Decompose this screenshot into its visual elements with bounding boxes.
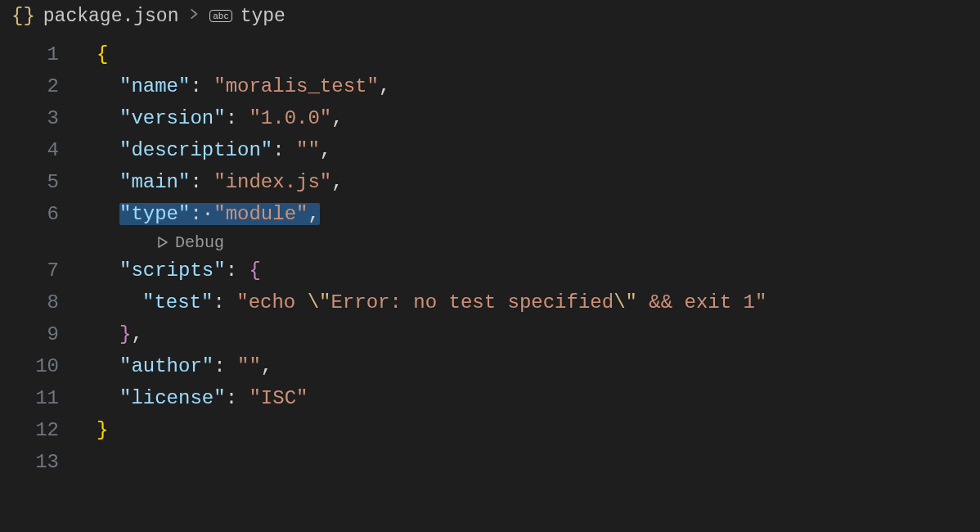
- codelens-label: Debug: [175, 233, 224, 252]
- code-line[interactable]: 12 }: [0, 414, 980, 446]
- play-icon: [155, 236, 169, 249]
- code-line[interactable]: 10 "author": "",: [0, 350, 980, 382]
- line-number: 11: [0, 382, 74, 414]
- code-line[interactable]: 3 "version": "1.0.0",: [0, 102, 980, 134]
- code-line[interactable]: 5 "main": "index.js",: [0, 166, 980, 198]
- line-number: 2: [0, 70, 74, 102]
- chevron-right-icon: [187, 6, 201, 27]
- selection-highlight: "type":·"module",: [119, 203, 320, 225]
- line-number: 13: [0, 446, 74, 478]
- line-number: 7: [0, 255, 74, 286]
- breadcrumb[interactable]: {} package.json abc type: [0, 0, 980, 34]
- symbol-string-icon: abc: [209, 10, 232, 22]
- code-editor[interactable]: 1 { 2 "name": "moralis_test", 3 "version…: [0, 34, 980, 478]
- line-number: 6: [0, 198, 74, 230]
- line-number: 9: [0, 318, 74, 350]
- breadcrumb-file[interactable]: package.json: [43, 6, 179, 27]
- json-file-icon: {}: [11, 5, 35, 27]
- code-line[interactable]: 2 "name": "moralis_test",: [0, 70, 980, 102]
- code-line[interactable]: 11 "license": "ISC": [0, 382, 980, 414]
- code-line[interactable]: 13: [0, 446, 980, 478]
- line-number: 1: [0, 38, 74, 70]
- line-number: 12: [0, 414, 74, 446]
- code-line[interactable]: 7 "scripts": {: [0, 255, 980, 286]
- code-line[interactable]: 1 {: [0, 38, 980, 70]
- codelens-debug[interactable]: Debug: [0, 230, 980, 255]
- code-line[interactable]: 4 "description": "",: [0, 134, 980, 166]
- code-line[interactable]: 8 "test": "echo \"Error: no test specifi…: [0, 286, 980, 318]
- line-number: 8: [0, 286, 74, 318]
- line-number: 10: [0, 350, 74, 382]
- breadcrumb-symbol[interactable]: type: [241, 6, 285, 27]
- code-line[interactable]: 6 "type":·"module",: [0, 198, 980, 230]
- line-number: 3: [0, 102, 74, 134]
- line-number: 5: [0, 166, 74, 198]
- line-number: 4: [0, 134, 74, 166]
- code-line[interactable]: 9 },: [0, 318, 980, 350]
